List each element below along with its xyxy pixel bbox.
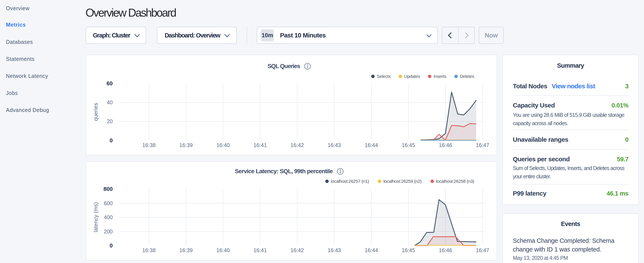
svg-text:0: 0 [110, 242, 113, 249]
svg-text:600: 600 [104, 200, 113, 206]
svg-text:16:40: 16:40 [216, 247, 230, 253]
svg-text:16:38: 16:38 [142, 142, 156, 148]
svg-text:800: 800 [104, 186, 113, 192]
svg-text:16:46: 16:46 [439, 247, 452, 253]
svg-text:16:44: 16:44 [365, 247, 378, 253]
svg-text:16:42: 16:42 [291, 142, 304, 148]
svg-text:16:40: 16:40 [216, 142, 230, 148]
svg-text:16:38: 16:38 [142, 247, 156, 253]
svg-text:40: 40 [107, 99, 113, 105]
svg-text:16:39: 16:39 [180, 247, 193, 253]
svg-text:200: 200 [104, 228, 113, 234]
svg-text:16:41: 16:41 [254, 247, 267, 253]
svg-text:20: 20 [107, 118, 113, 124]
svg-text:16:46: 16:46 [439, 142, 452, 148]
svg-text:400: 400 [104, 214, 113, 220]
svg-text:16:47: 16:47 [476, 142, 489, 148]
svg-text:60: 60 [106, 80, 113, 87]
svg-text:queries: queries [92, 103, 99, 121]
svg-text:16:41: 16:41 [254, 142, 267, 148]
svg-text:16:44: 16:44 [365, 142, 378, 148]
svg-text:0: 0 [110, 137, 113, 144]
svg-text:16:45: 16:45 [402, 247, 415, 253]
svg-text:16:45: 16:45 [402, 142, 415, 148]
svg-text:16:43: 16:43 [328, 247, 341, 253]
svg-text:16:39: 16:39 [180, 142, 193, 148]
svg-text:16:43: 16:43 [328, 142, 341, 148]
svg-text:16:42: 16:42 [291, 247, 304, 253]
svg-text:latency (ms): latency (ms) [92, 202, 99, 232]
svg-text:16:47: 16:47 [476, 247, 489, 253]
